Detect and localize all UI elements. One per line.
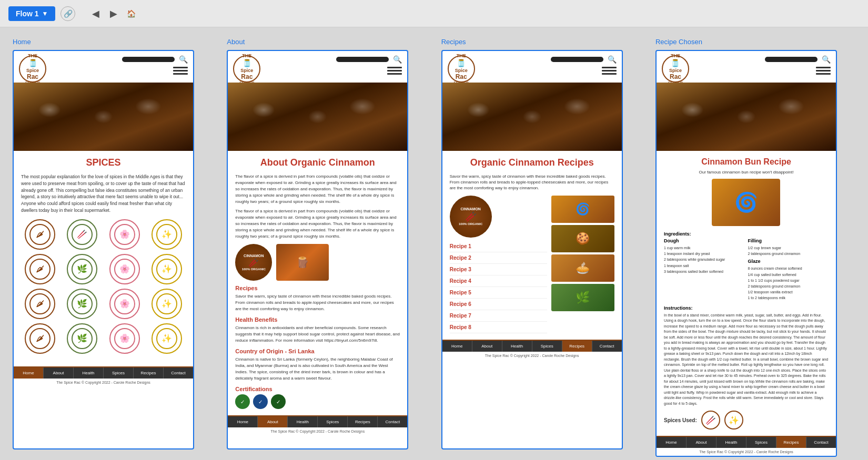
recipes-nav-recipes[interactable]: Recipes (562, 341, 592, 352)
rc-filling-list: 1/2 cup brown sugar 2 tablespoons ground… (748, 245, 829, 257)
recipes-nav-home[interactable]: Home (442, 341, 472, 352)
cinnamon-sticks-image: 🪵 (276, 244, 329, 281)
rc-instructions-title: Instructions: (664, 305, 829, 311)
home-nav-about[interactable]: About (44, 367, 74, 379)
recipe-item-4[interactable]: Recipe 4 (450, 275, 547, 287)
recipes-hamburger-menu[interactable] (602, 67, 617, 75)
flow-button[interactable]: Flow 1 ▼ (8, 6, 55, 21)
home-hamburger-menu[interactable] (173, 67, 188, 75)
recipes-copyright: The Spice Rac © Copyright 2022 - Carole … (442, 352, 622, 360)
rc-glaze-6: 1 to 2 tablespoons milk (748, 295, 829, 301)
spice-circle-8[interactable]: ✨ (152, 254, 182, 284)
recipes-cinnamon-badge: CINNAMON 🥢 100% ORGANIC (450, 196, 492, 238)
home-search-icon[interactable]: 🔍 (179, 55, 188, 64)
recipe-item-3[interactable]: Recipe 3 (450, 264, 547, 275)
rc-hamburger-menu[interactable] (816, 67, 831, 75)
rc-nav-contact[interactable]: Contact (806, 437, 836, 448)
about-nav-spices[interactable]: Spices (318, 416, 348, 427)
spice-circle-12[interactable]: ✨ (152, 289, 182, 319)
rc-nav-recipes[interactable]: Recipes (776, 437, 806, 448)
recipe-item-2[interactable]: Recipe 2 (450, 252, 547, 264)
spice-circle-11[interactable]: 🌸 (109, 289, 140, 319)
logo-spice: Spice (26, 68, 39, 74)
spice-inner-4: ✨ (156, 224, 177, 245)
link-icon-button[interactable]: 🔗 (60, 6, 75, 21)
about-nav-home[interactable]: Home (228, 416, 258, 427)
about-hamburger-menu[interactable] (387, 67, 402, 75)
recipe-chosen-header: THE 🫙 Spice Rac EST. 2020 🔍 (657, 51, 836, 83)
home-nav-button[interactable]: 🏠 (125, 8, 138, 19)
about-nav-recipes[interactable]: Recipes (348, 416, 378, 427)
about-hero-overlay (228, 83, 407, 151)
rc-glaze-4: 2 tablespoons ground cinnamon (748, 283, 829, 289)
spice-circle-6[interactable]: 🌿 (67, 254, 97, 284)
spice-circle-9[interactable]: 🌶 (25, 289, 55, 319)
cinnamon-badge: CINNAMON 🥢 100% ORGANIC (235, 244, 272, 281)
spice-inner-3: 🌸 (114, 224, 135, 245)
recipes-nav-contact[interactable]: Contact (592, 341, 622, 352)
spice-icon-7: 🌸 (119, 264, 130, 274)
recipe-item-1[interactable]: Recipe 1 (450, 241, 547, 252)
rc-status-bar (765, 57, 817, 62)
cinnamon-sticks-icon: 🪵 (296, 256, 309, 269)
about-search-icon[interactable]: 🔍 (393, 55, 402, 64)
spice-circle-14[interactable]: 🌿 (67, 323, 97, 354)
home-page-title: SPICES (21, 157, 186, 168)
about-header-controls: 🔍 (336, 55, 402, 75)
cert-badge-2: ✓ (253, 394, 268, 409)
recipe-item-7[interactable]: Recipe 7 (450, 310, 547, 322)
home-nav-home[interactable]: Home (14, 367, 44, 379)
recipes-layout: CINNAMON 🥢 100% ORGANIC Recipe 1 Recipe … (450, 196, 614, 333)
frame-recipes-label: Recipes (441, 38, 466, 46)
spice-circle-7[interactable]: 🌸 (109, 254, 140, 284)
rc-header-controls: 🔍 (765, 55, 831, 75)
rc-main-image-icon: 🌀 (734, 191, 758, 213)
spice-circle-3[interactable]: 🌸 (109, 219, 140, 250)
recipe-item-6[interactable]: Recipe 6 (450, 299, 547, 310)
rc-search-icon[interactable]: 🔍 (822, 55, 831, 64)
about-nav-contact[interactable]: Contact (378, 416, 407, 427)
rc-content: Cinnamon Bun Recipe Our famous cinnamon … (657, 151, 836, 436)
recipes-footer-nav: Home About Health Spices Recipes Contact (442, 340, 622, 352)
rc-logo-spice: Spice (669, 68, 682, 74)
spice-circle-10[interactable]: 🌿 (67, 289, 97, 319)
home-nav-spices[interactable]: Spices (104, 367, 134, 379)
about-nav-about[interactable]: About (258, 416, 288, 427)
about-nav-health[interactable]: Health (288, 416, 318, 427)
spice-circle-16[interactable]: ✨ (152, 323, 182, 354)
about-logo-the: THE (242, 53, 251, 59)
cinnamon-badge-text-1: CINNAMON (244, 254, 264, 258)
spice-circle-13[interactable]: 🌶 (25, 323, 55, 354)
spice-inner-8: ✨ (156, 259, 177, 280)
home-nav-health[interactable]: Health (74, 367, 104, 379)
top-bar: Flow 1 ▼ 🔗 ◀ ▶ 🏠 (0, 0, 868, 27)
home-search-ham: 🔍 (122, 55, 188, 64)
spice-inner-16: ✨ (156, 328, 177, 349)
spice-icon-13: 🌶 (36, 334, 44, 343)
back-button[interactable]: ◀ (89, 7, 103, 21)
spice-circle-15[interactable]: 🌸 (109, 323, 140, 354)
recipes-nav-about[interactable]: About (472, 341, 502, 352)
home-nav-recipes[interactable]: Recipes (134, 367, 164, 379)
recipes-nav-health[interactable]: Health (502, 341, 532, 352)
forward-button[interactable]: ▶ (107, 7, 120, 21)
rc-nav-health[interactable]: Health (716, 437, 746, 448)
spice-circle-1[interactable]: 🌶 (25, 219, 55, 250)
about-status-bar (336, 57, 389, 62)
home-content: SPICES The most popular explanation for … (14, 151, 193, 366)
recipe-item-8[interactable]: Recipe 8 (450, 322, 547, 333)
rc-nav-about[interactable]: About (687, 437, 716, 448)
rc-nav-home[interactable]: Home (657, 437, 687, 448)
rc-ingredients-title: Ingredients: (664, 231, 829, 237)
spice-circle-4[interactable]: ✨ (152, 219, 182, 250)
recipe-item-5[interactable]: Recipe 5 (450, 287, 547, 299)
recipes-search-icon[interactable]: 🔍 (608, 55, 617, 64)
home-nav-contact[interactable]: Contact (164, 367, 193, 379)
spice-circle-5[interactable]: 🌶 (25, 254, 55, 284)
rc-ingredients-cols: Dough 1 cup warm milk 1 teaspoon instant… (664, 238, 829, 301)
spice-circle-2[interactable]: 🥢 (67, 219, 97, 250)
rc-nav-spices[interactable]: Spices (746, 437, 776, 448)
recipes-badge-text-2: 100% ORGANIC (459, 222, 482, 226)
about-section-recipes: Recipes (235, 285, 400, 291)
recipes-nav-spices[interactable]: Spices (532, 341, 562, 352)
